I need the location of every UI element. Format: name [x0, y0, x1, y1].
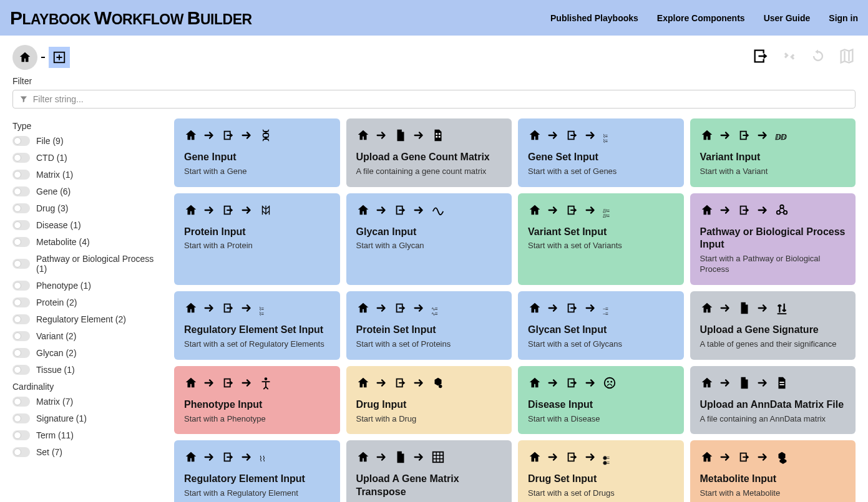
toggle-switch[interactable]: [12, 331, 30, 341]
nav-explore[interactable]: Explore Components: [657, 13, 745, 23]
component-card[interactable]: Phenotype Input Start with a Phenotype: [174, 366, 340, 435]
toggle-switch[interactable]: [12, 430, 30, 440]
filter-toggle[interactable]: Glycan (2): [12, 348, 159, 358]
filter-toggle[interactable]: CTD (1): [12, 153, 159, 163]
toggle-switch[interactable]: [12, 259, 30, 269]
svg-point-12: [610, 381, 612, 383]
arrow-icon: [203, 203, 217, 220]
component-card[interactable]: Pathway or Biological Process Input Star…: [690, 193, 856, 285]
card-title: Regulatory Element Set Input: [184, 324, 330, 337]
component-card[interactable]: Upload A Gene Matrix Transpose A file co…: [346, 440, 512, 502]
toggle-switch[interactable]: [12, 170, 30, 180]
protein-icon: [259, 203, 273, 220]
filter-toggle[interactable]: Regulatory Element (2): [12, 314, 159, 324]
filter-toggle[interactable]: Variant (2): [12, 331, 159, 341]
toggle-switch[interactable]: [12, 281, 30, 291]
arrow-icon: [412, 376, 426, 392]
nav-published[interactable]: Published Playbooks: [550, 13, 638, 23]
toggle-switch[interactable]: [12, 237, 30, 247]
filter-toggle[interactable]: Matrix (1): [12, 170, 159, 180]
home-icon: [356, 450, 370, 466]
card-description: Start with a Disease: [528, 414, 674, 425]
app-logo: PLAYBOOK WORKFLOW BUILDER: [10, 7, 252, 29]
component-card[interactable]: Metabolite Input Start with a Metabolite: [690, 440, 856, 502]
plus-box-icon: [52, 51, 66, 64]
canvas-toolbar: [0, 36, 868, 76]
nav-signin[interactable]: Sign in: [829, 13, 858, 23]
component-card[interactable]: Drug Input Start with a Drug: [346, 366, 512, 435]
component-card[interactable]: ⌇⌇ Regulatory Element Input Start with a…: [174, 440, 340, 502]
toggle-label: Variant (2): [36, 331, 76, 341]
card-title: Pathway or Biological Process Input: [700, 226, 846, 252]
card-icon-row: ⅅⅅ: [700, 128, 846, 145]
component-card[interactable]: ⬣≡⬣≡ Drug Set Input Start with a set of …: [518, 440, 684, 502]
filter-toggle[interactable]: Term (11): [12, 430, 159, 440]
filter-toggle[interactable]: Drug (3): [12, 203, 159, 213]
component-card[interactable]: ⅅ≡ⅅ≡ Variant Set Input Start with a set …: [518, 193, 684, 285]
component-card[interactable]: Gene Input Start with a Gene: [174, 118, 340, 187]
card-icon-row: ⌇≡⌇≡: [528, 128, 674, 145]
home-icon: [356, 376, 370, 392]
filter-input-container[interactable]: [12, 90, 856, 109]
filter-sidebar: Type File (9)CTD (1)Matrix (1)Gene (6)Dr…: [12, 118, 159, 502]
toggle-switch[interactable]: [12, 348, 30, 358]
toggle-switch[interactable]: [12, 365, 30, 375]
workflow-home-node[interactable]: [12, 45, 37, 70]
toggle-switch[interactable]: [12, 220, 30, 230]
input-icon: [222, 128, 235, 145]
component-card[interactable]: Upload a Gene Count Matrix A file contai…: [346, 118, 512, 187]
filter-toggle[interactable]: Disease (1): [12, 220, 159, 230]
workflow-add-node[interactable]: [49, 47, 70, 68]
home-icon: [528, 203, 542, 220]
header-nav: Published Playbooks Explore Components U…: [550, 13, 858, 23]
card-description: Start with a set of Regulatory Elements: [184, 339, 330, 350]
toggle-switch[interactable]: [12, 314, 30, 324]
component-card[interactable]: ⅅⅅ Variant Input Start with a Variant: [690, 118, 856, 187]
toggle-switch[interactable]: [12, 297, 30, 307]
component-card[interactable]: ∿≡∿≡ Protein Set Input Start with a set …: [346, 291, 512, 360]
filter-toggle[interactable]: Matrix (7): [12, 397, 159, 407]
toggle-switch[interactable]: [12, 186, 30, 196]
component-card[interactable]: ⌇≡⌇≡ Gene Set Input Start with a set of …: [518, 118, 684, 187]
filter-toggle[interactable]: File (9): [12, 136, 159, 146]
toggle-switch[interactable]: [12, 397, 30, 407]
filter-toggle[interactable]: Set (7): [12, 447, 159, 457]
component-card[interactable]: ~≡~≡ Glycan Set Input Start with a set o…: [518, 291, 684, 360]
filter-toggle[interactable]: Metabolite (4): [12, 237, 159, 247]
toggle-label: Phenotype (1): [36, 281, 91, 291]
card-title: Upload an AnnData Matrix File: [700, 398, 846, 412]
home-icon: [528, 128, 542, 145]
toggle-switch[interactable]: [12, 153, 30, 163]
import-button[interactable]: [752, 47, 769, 67]
toggle-switch[interactable]: [12, 447, 30, 457]
filter-toggle[interactable]: Protein (2): [12, 297, 159, 307]
toggle-label: Set (7): [36, 447, 62, 457]
filter-toggle[interactable]: Signature (1): [12, 413, 159, 423]
toggle-switch[interactable]: [12, 413, 30, 423]
filter-input[interactable]: [33, 94, 849, 104]
home-icon: [700, 450, 714, 466]
arrow-icon: [375, 450, 389, 466]
toggle-switch[interactable]: [12, 203, 30, 213]
home-icon: [528, 450, 542, 466]
input-icon: [565, 301, 579, 317]
arrow-icon: [412, 128, 426, 145]
filter-toggle[interactable]: Tissue (1): [12, 365, 159, 375]
home-icon: [700, 301, 714, 317]
nav-guide[interactable]: User Guide: [764, 13, 811, 23]
component-card[interactable]: Protein Input Start with a Protein: [174, 193, 340, 285]
component-card[interactable]: Disease Input Start with a Disease: [518, 366, 684, 435]
home-icon: [184, 128, 198, 145]
filter-toggle[interactable]: Pathway or Biological Process (1): [12, 254, 159, 274]
component-card[interactable]: Upload an AnnData Matrix File A file con…: [690, 366, 856, 435]
filter-toggle[interactable]: Gene (6): [12, 186, 159, 196]
home-icon: [184, 376, 198, 392]
component-card[interactable]: Glycan Input Start with a Glycan: [346, 193, 512, 285]
card-title: Variant Set Input: [528, 226, 674, 239]
component-card[interactable]: Upload a Gene Signature A table of genes…: [690, 291, 856, 360]
arrow-icon: [240, 301, 254, 317]
filter-toggle[interactable]: Phenotype (1): [12, 281, 159, 291]
toggle-switch[interactable]: [12, 136, 30, 146]
component-card[interactable]: ⌇≡⌇≡ Regulatory Element Set Input Start …: [174, 291, 340, 360]
arrow-icon: [375, 203, 389, 220]
